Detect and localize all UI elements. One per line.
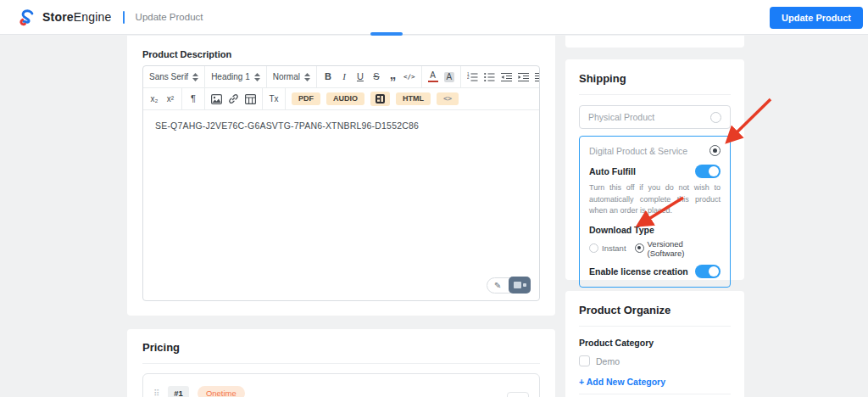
divider [579,94,731,95]
brand-name: StoreEngine [42,10,112,24]
code-block-icon[interactable]: </> [403,74,415,81]
price-type-badge: Onetime [198,386,245,397]
audio-chip-button[interactable]: AUDIO [326,92,364,105]
bold-icon[interactable]: B [323,72,333,81]
page-title: Update Product [136,12,203,22]
brand: StoreEngine [17,8,112,26]
digital-product-option[interactable]: Digital Product & Service Auto Fulfill T… [579,136,731,288]
subscript-icon[interactable]: x₂ [149,95,159,103]
font-select-value: Sans Serif [149,72,188,81]
video-chip-button[interactable] [370,92,390,106]
brand-separator [123,11,125,24]
price-index-badge: #1 [168,386,189,397]
versioned-label: Versioned (Software) [648,239,721,258]
product-description-card: Product Description Sans Serif Heading 1… [127,36,555,316]
auto-fulfill-toggle[interactable] [695,165,721,178]
instant-radio[interactable] [589,243,598,253]
text-direction-icon[interactable]: ¶ [188,94,198,103]
divider [579,394,731,394]
script-group: x₂ x² [143,88,182,109]
drag-handle-icon[interactable]: ⠿ [153,389,159,397]
price-row-expander-button[interactable] [507,392,529,397]
color-group: A A [422,66,462,87]
instant-label: Instant [602,243,626,253]
updown-icon [304,73,310,81]
brand-name-bold: Store [42,10,74,24]
code-chip-button[interactable]: <> [437,92,459,105]
blockquote-icon[interactable]: „ [387,68,398,81]
ordered-list-icon[interactable]: 12 [467,72,478,82]
list-group: 12 [461,66,539,87]
clear-format-group: Tx [263,88,286,109]
font-select[interactable]: Sans Serif [149,72,198,81]
physical-product-label: Physical Product [588,112,654,122]
size-select-value: Normal [273,72,300,81]
physical-product-option[interactable]: Physical Product [579,105,731,129]
heading-select-value: Heading 1 [211,72,250,81]
image-icon[interactable] [211,94,222,104]
auto-fulfill-label: Auto Fulfill [589,166,636,176]
divider [142,363,540,364]
text-color-icon[interactable]: A [428,71,438,82]
size-select[interactable]: Normal [273,72,310,81]
indent-icon[interactable] [518,72,529,82]
pricing-title: Pricing [142,341,540,354]
superscript-icon[interactable]: x² [165,95,175,103]
direction-group: ¶ [182,88,205,109]
heading-select[interactable]: Heading 1 [211,72,260,81]
demo-category-checkbox[interactable] [579,355,590,366]
digital-product-label: Digital Product & Service [589,146,687,156]
top-header: StoreEngine Update Product Update Produc… [0,0,868,35]
editor-toolbar-row-1: Sans Serif Heading 1 Normal B I U [143,66,539,88]
pricing-card: Pricing ⠿ #1 Onetime [127,329,555,397]
brand-name-regular: Engine [74,10,112,24]
product-organize-title: Product Organize [579,304,731,316]
physical-product-radio[interactable] [710,112,721,123]
update-product-button[interactable]: Update Product [770,7,863,29]
auto-fulfill-help-text: Turn this off if you do not wish to auto… [589,182,721,217]
product-organize-card: Product Organize Product Category Demo +… [565,291,744,397]
download-option-versioned[interactable]: Versioned (Software) [635,239,721,258]
product-description-label: Product Description [142,49,540,59]
enable-license-toggle[interactable] [695,265,721,278]
custom-chip-group: PDF AUDIO HTML <> [286,88,465,109]
category-row: Demo [579,355,731,366]
outdent-icon[interactable] [501,72,512,82]
shipping-title: Shipping [579,72,731,85]
versioned-radio[interactable] [635,243,644,253]
bullet-list-icon[interactable] [484,72,495,82]
updown-icon [192,73,198,81]
add-new-category-link[interactable]: + Add New Category [579,377,731,387]
digital-product-radio[interactable] [709,145,721,156]
strike-icon[interactable]: S [371,72,381,81]
film-icon [376,94,385,103]
download-type-options: Instant Versioned (Software) [589,239,721,258]
pdf-chip-button[interactable]: PDF [292,92,320,105]
clear-format-icon[interactable]: Tx [269,95,279,103]
table-icon[interactable] [245,94,256,104]
font-group: Sans Serif [143,66,205,87]
updown-icon [254,73,260,81]
enable-license-label: Enable license creation [589,266,688,277]
price-row: ⠿ #1 Onetime [142,373,540,397]
italic-icon[interactable]: I [339,72,349,81]
html-chip-button[interactable]: HTML [396,92,431,105]
download-option-instant[interactable]: Instant [589,243,626,253]
size-group: Normal [267,66,317,87]
shipping-card: Shipping Physical Product Digital Produc… [565,59,744,280]
svg-text:2: 2 [467,75,470,80]
background-color-icon[interactable]: A [444,72,455,82]
link-icon[interactable] [228,93,239,104]
heading-group: Heading 1 [205,66,267,87]
storeengine-logo-icon [17,8,36,26]
demo-category-label: Demo [596,356,620,366]
active-tab-indicator [370,32,403,36]
underline-icon[interactable]: U [355,72,365,81]
rich-text-editor: Sans Serif Heading 1 Normal B I U [142,65,540,301]
format-group: B I U S „ </> [317,66,422,87]
editor-content[interactable]: SE-Q7AHG-J2VE76C-G6ASVTG-7PAN6-XTNBRL96-… [143,110,539,141]
editor-toolbar-row-2: x₂ x² ¶ Tx PDF AU [143,88,539,110]
editor-block-icon[interactable] [509,277,531,294]
align-icon[interactable] [535,72,539,82]
download-type-label: Download Type [589,225,721,235]
